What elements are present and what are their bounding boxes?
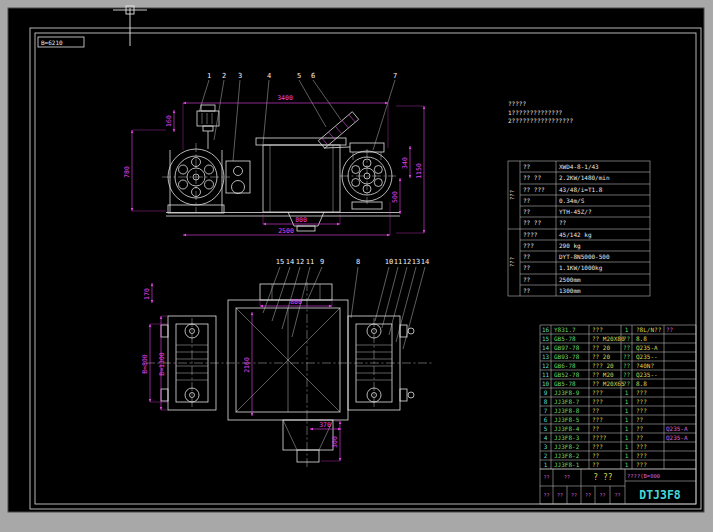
- bom-cell: Q235--: [636, 353, 658, 360]
- dimension-label: B=800: [141, 354, 149, 374]
- bom-cell: ???: [592, 326, 603, 333]
- bom-cell: 15: [542, 335, 550, 342]
- dimension-label: 500: [391, 191, 399, 203]
- part-balloon: 14: [286, 258, 294, 266]
- bom-cell: ???: [592, 389, 603, 396]
- spec-label: ??: [523, 287, 531, 294]
- bom-cell: Y831.7: [554, 326, 576, 333]
- part-balloon: 12: [296, 258, 304, 266]
- bom-cell: GB93-78: [554, 353, 580, 360]
- spec-value: ??: [559, 219, 567, 226]
- notes-title: ?????: [508, 100, 526, 107]
- bom-cell: JJ3F8-5: [554, 416, 580, 423]
- title-cell: ??: [571, 492, 577, 498]
- bom-cell: ?? 20: [592, 344, 610, 351]
- part-balloon: 7: [393, 72, 397, 80]
- bom-cell: 6: [544, 416, 548, 423]
- spec-value: YTH-45Z/?: [559, 208, 592, 215]
- part-balloon: 3: [238, 72, 242, 80]
- dimension-label: 170: [143, 288, 151, 300]
- spec-label: ??: [523, 208, 531, 215]
- bom-cell: 3: [544, 443, 548, 450]
- spec-value: 290 kg: [559, 242, 581, 250]
- bom-cell: JJ3F8-7: [554, 398, 580, 405]
- bom-cell: ???: [636, 407, 647, 414]
- part-balloon: 4: [267, 72, 271, 80]
- bom-cell: 1: [625, 389, 629, 396]
- spec-value: 2500mm: [559, 276, 581, 283]
- bom-cell: ?? M20X65: [592, 380, 625, 387]
- dimension-label: 340: [401, 157, 409, 169]
- part-balloon: 12: [403, 258, 411, 266]
- note-line: 1??????????????: [508, 109, 563, 116]
- dimension-label: 780: [123, 166, 131, 178]
- spec-value: 43/48/i=T1.8: [559, 186, 603, 193]
- bom-cell: ???: [636, 461, 647, 468]
- bom-cell: ?? M20X80: [592, 335, 625, 342]
- dimension-label: 2160: [243, 357, 251, 373]
- bom-cell: ??: [623, 335, 631, 342]
- drawing-surface: B=6210: [0, 0, 713, 532]
- bom-cell: 1: [625, 434, 629, 441]
- bom-cell: GB52-78: [554, 371, 580, 378]
- dimension-label: B=1300: [158, 352, 166, 376]
- part-balloon: 11: [306, 258, 314, 266]
- part-balloon: 14: [421, 258, 429, 266]
- bom-cell: 8.8: [636, 380, 647, 387]
- bom-cell: ?40N?: [636, 362, 654, 369]
- bom-cell: ?8L/N??: [636, 326, 662, 333]
- bom-cell: ??: [636, 416, 644, 423]
- bom-cell: ??: [636, 434, 644, 441]
- bom-cell: GB5-78: [554, 335, 576, 342]
- spec-label: ??: [523, 264, 531, 271]
- part-balloon: 6: [311, 72, 315, 80]
- bom-cell: ??: [623, 353, 631, 360]
- bom-cell: 1: [625, 461, 629, 468]
- bom-cell: 10: [542, 380, 550, 387]
- bom-cell: ???: [592, 416, 603, 423]
- part-balloon: 15: [276, 258, 284, 266]
- part-balloon: 9: [320, 258, 324, 266]
- bom-cell: GB6-78: [554, 362, 576, 369]
- spec-label: ??: [523, 163, 531, 170]
- bom-cell: ??: [592, 461, 600, 468]
- bom-cell: ???: [636, 389, 647, 396]
- bom-cell: 11: [542, 371, 550, 378]
- product-name: ????(B=800: [627, 473, 660, 479]
- part-balloon: 5: [297, 72, 301, 80]
- dimension-label: 160: [165, 115, 173, 127]
- bom-row: 12 GB6-78 ??? 20 ?? ?40N?: [542, 362, 655, 369]
- bom-cell: JJ3F8-1: [554, 461, 580, 468]
- bom-cell: 9: [544, 389, 548, 396]
- spec-label: ???: [523, 242, 534, 249]
- bom-cell: 13: [542, 353, 550, 360]
- dimension-label: 800: [290, 298, 302, 306]
- bom-row: 14 GB97-78 ?? 20 ?? Q235-A: [542, 344, 658, 351]
- title-cell: ??: [564, 474, 570, 480]
- bom-cell: 8: [544, 398, 548, 405]
- spec-value: 2.2KW/1480/min: [559, 174, 610, 181]
- bom-cell: JJ3F8-2: [554, 452, 580, 459]
- title-approval-label: ? ??: [593, 473, 612, 482]
- spec-label: ????: [523, 231, 538, 238]
- bom-cell: 1: [544, 461, 548, 468]
- bom-cell: 1: [625, 452, 629, 459]
- spec-label: ?? ???: [523, 186, 545, 193]
- spec-value: 1.1KW/1000kg: [559, 264, 603, 272]
- bom-cell: ??: [623, 362, 631, 369]
- drawing-number: DTJ3F8: [639, 488, 681, 502]
- bom-cell: ???: [592, 398, 603, 405]
- bom-cell: 1: [625, 425, 629, 432]
- bom-cell: JJ3F8-8: [554, 407, 580, 414]
- bom-cell: 2: [544, 452, 548, 459]
- bom-cell: 8.8: [636, 335, 647, 342]
- dimension-label: 300: [331, 436, 339, 448]
- bom-cell: ??: [623, 371, 631, 378]
- part-balloon: 13: [412, 258, 420, 266]
- spec-value: XWD4-8-1/43: [559, 163, 599, 170]
- title-cell: ??: [543, 492, 549, 498]
- bom-cell: ??? 20: [592, 362, 614, 369]
- bom-cell: 1: [625, 443, 629, 450]
- title-cell: ??: [599, 492, 605, 498]
- bom-cell: ?? 20: [592, 353, 610, 360]
